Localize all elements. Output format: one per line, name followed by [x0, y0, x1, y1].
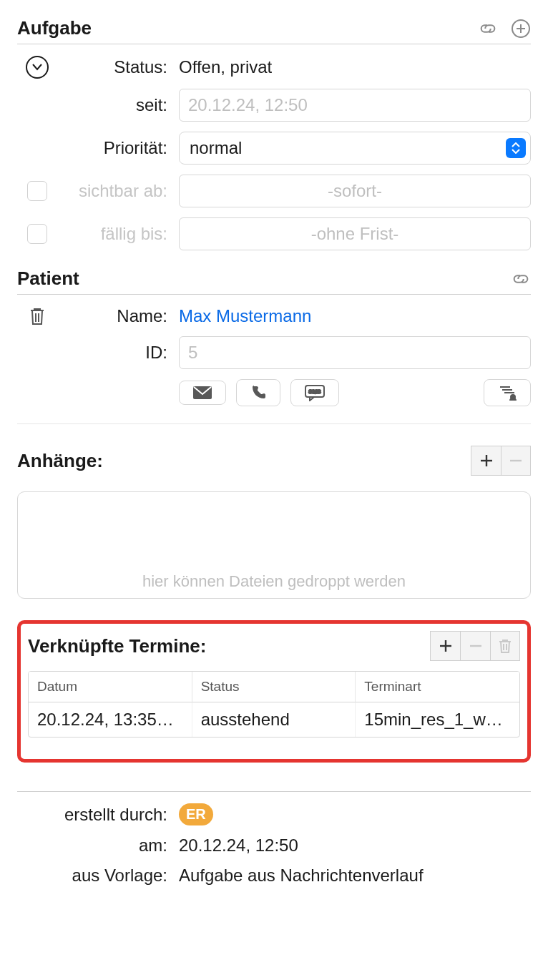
due-checkbox[interactable]: [27, 224, 47, 244]
sms-button[interactable]: SMS: [290, 379, 339, 406]
status-value: Offen, privat: [179, 57, 531, 77]
table-row[interactable]: 20.12.24, 13:35… ausstehend 15min_res_1_…: [29, 702, 519, 737]
patient-id-input[interactable]: [179, 336, 531, 369]
dropzone-hint: hier können Dateien gedroppt werden: [142, 572, 406, 591]
cell-date: 20.12.24, 13:35…: [29, 702, 192, 737]
expand-toggle-icon[interactable]: [26, 56, 49, 79]
priority-select[interactable]: normal: [179, 132, 531, 165]
status-label: Status:: [57, 57, 179, 77]
due-label: fällig bis:: [57, 224, 179, 244]
remove-linked-button: [460, 631, 490, 661]
from-template-label: aus Vorlage:: [57, 866, 179, 886]
attachments-section-title: Anhänge:: [17, 450, 103, 472]
since-label: seit:: [57, 95, 179, 115]
delete-linked-button: [490, 631, 520, 661]
patient-id-label: ID:: [57, 343, 179, 363]
trash-icon[interactable]: [27, 306, 47, 326]
svg-text:SMS: SMS: [308, 388, 321, 395]
add-linked-button[interactable]: [430, 631, 460, 661]
phone-button[interactable]: [236, 379, 280, 406]
cell-status: ausstehend: [192, 702, 356, 737]
created-by-badge: ER: [179, 803, 213, 825]
created-by-label: erstellt durch:: [57, 805, 179, 825]
col-date[interactable]: Datum: [29, 672, 192, 702]
patient-name-link[interactable]: Max Mustermann: [179, 306, 311, 326]
due-input[interactable]: [179, 217, 531, 250]
priority-label: Priorität:: [57, 138, 179, 158]
from-template-value: Aufgabe aus Nachrichtenverlauf: [179, 866, 531, 886]
linked-section-title: Verknüpfte Termine:: [28, 635, 206, 657]
visible-from-label: sichtbar ab:: [57, 181, 179, 201]
col-type[interactable]: Terminart: [356, 672, 519, 702]
linked-appointments-table: Datum Status Terminart 20.12.24, 13:35… …: [28, 671, 520, 738]
link-icon[interactable]: [511, 269, 531, 289]
visible-from-input[interactable]: [179, 175, 531, 207]
patient-name-label: Name:: [57, 306, 179, 326]
col-status[interactable]: Status: [192, 672, 356, 702]
link-icon[interactable]: [478, 19, 498, 39]
since-input[interactable]: [179, 89, 531, 122]
created-at-label: am:: [57, 836, 179, 856]
add-icon[interactable]: [511, 19, 531, 39]
patient-card-button[interactable]: [484, 379, 531, 406]
created-at-value: 20.12.24, 12:50: [179, 836, 531, 856]
select-caret-icon: [506, 138, 526, 158]
add-attachment-button[interactable]: [471, 446, 501, 476]
patient-section-title: Patient: [17, 268, 79, 290]
email-button[interactable]: [179, 381, 226, 405]
attachment-dropzone[interactable]: hier können Dateien gedroppt werden: [17, 491, 531, 599]
cell-type: 15min_res_1_ws1…: [356, 702, 519, 737]
task-section-title: Aufgabe: [17, 17, 92, 39]
remove-attachment-button: [501, 446, 531, 476]
visible-from-checkbox[interactable]: [27, 181, 47, 201]
priority-selected: normal: [190, 138, 242, 157]
